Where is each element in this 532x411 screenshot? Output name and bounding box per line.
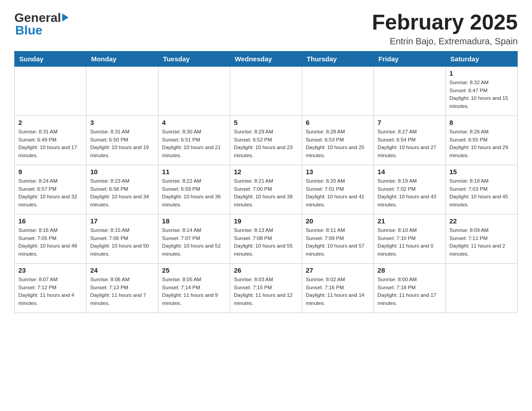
day-info: Sunrise: 8:29 AMSunset: 6:52 PMDaylight:… bbox=[234, 128, 298, 160]
week-row-3: 9Sunrise: 8:24 AMSunset: 6:57 PMDaylight… bbox=[15, 165, 518, 214]
day-number: 22 bbox=[450, 217, 514, 225]
cell-week4-day5: 21Sunrise: 8:10 AMSunset: 7:10 PMDayligh… bbox=[374, 214, 446, 263]
day-number: 27 bbox=[306, 266, 370, 274]
day-number: 13 bbox=[306, 168, 370, 176]
day-info: Sunrise: 8:03 AMSunset: 7:15 PMDaylight:… bbox=[234, 276, 298, 308]
day-info: Sunrise: 8:26 AMSunset: 6:55 PMDaylight:… bbox=[450, 128, 514, 160]
day-info: Sunrise: 8:30 AMSunset: 6:51 PMDaylight:… bbox=[162, 128, 226, 160]
cell-week2-day5: 7Sunrise: 8:27 AMSunset: 6:54 PMDaylight… bbox=[374, 116, 446, 165]
header-sunday: Sunday bbox=[15, 51, 86, 66]
cell-week1-day4 bbox=[302, 66, 373, 116]
page-header: General Blue February 2025 Entrin Bajo, … bbox=[14, 11, 518, 47]
header-thursday: Thursday bbox=[302, 51, 373, 66]
cell-week3-day0: 9Sunrise: 8:24 AMSunset: 6:57 PMDaylight… bbox=[15, 165, 86, 214]
header-tuesday: Tuesday bbox=[158, 51, 230, 66]
cell-week1-day0 bbox=[15, 66, 86, 116]
cell-week3-day3: 12Sunrise: 8:21 AMSunset: 7:00 PMDayligh… bbox=[230, 165, 302, 214]
cell-week2-day6: 8Sunrise: 8:26 AMSunset: 6:55 PMDaylight… bbox=[446, 116, 517, 165]
day-info: Sunrise: 8:31 AMSunset: 6:50 PMDaylight:… bbox=[90, 128, 154, 160]
header-wednesday: Wednesday bbox=[230, 51, 302, 66]
day-info: Sunrise: 8:02 AMSunset: 7:16 PMDaylight:… bbox=[306, 276, 370, 308]
cell-week2-day2: 4Sunrise: 8:30 AMSunset: 6:51 PMDaylight… bbox=[158, 116, 230, 165]
cell-week2-day0: 2Sunrise: 8:31 AMSunset: 6:49 PMDaylight… bbox=[15, 116, 86, 165]
cell-week5-day1: 24Sunrise: 8:06 AMSunset: 7:13 PMDayligh… bbox=[86, 263, 158, 313]
cell-week4-day2: 18Sunrise: 8:14 AMSunset: 7:07 PMDayligh… bbox=[158, 214, 230, 263]
cell-week5-day5: 28Sunrise: 8:00 AMSunset: 7:18 PMDayligh… bbox=[374, 263, 446, 313]
day-number: 5 bbox=[234, 119, 298, 126]
day-info: Sunrise: 8:24 AMSunset: 6:57 PMDaylight:… bbox=[18, 177, 82, 209]
cell-week3-day1: 10Sunrise: 8:23 AMSunset: 6:58 PMDayligh… bbox=[86, 165, 158, 214]
day-number: 21 bbox=[378, 217, 442, 225]
day-info: Sunrise: 8:14 AMSunset: 7:07 PMDaylight:… bbox=[162, 227, 226, 258]
day-info: Sunrise: 8:23 AMSunset: 6:58 PMDaylight:… bbox=[90, 177, 154, 209]
day-number: 19 bbox=[234, 217, 298, 225]
day-number: 1 bbox=[450, 69, 514, 77]
cell-week1-day5 bbox=[374, 66, 446, 116]
day-info: Sunrise: 8:31 AMSunset: 6:49 PMDaylight:… bbox=[18, 128, 82, 160]
day-number: 12 bbox=[234, 168, 298, 176]
cell-week1-day3 bbox=[230, 66, 302, 116]
cell-week4-day3: 19Sunrise: 8:13 AMSunset: 7:08 PMDayligh… bbox=[230, 214, 302, 263]
day-info: Sunrise: 8:16 AMSunset: 7:05 PMDaylight:… bbox=[18, 227, 82, 258]
header-friday: Friday bbox=[374, 51, 446, 66]
cell-week5-day2: 25Sunrise: 8:05 AMSunset: 7:14 PMDayligh… bbox=[158, 263, 230, 313]
day-number: 7 bbox=[378, 119, 442, 126]
cell-week5-day4: 27Sunrise: 8:02 AMSunset: 7:16 PMDayligh… bbox=[302, 263, 373, 313]
cell-week4-day6: 22Sunrise: 8:09 AMSunset: 7:11 PMDayligh… bbox=[446, 214, 517, 263]
cell-week1-day6: 1Sunrise: 8:32 AMSunset: 6:47 PMDaylight… bbox=[446, 66, 517, 116]
day-number: 26 bbox=[234, 266, 298, 274]
cell-week2-day3: 5Sunrise: 8:29 AMSunset: 6:52 PMDaylight… bbox=[230, 116, 302, 165]
day-info: Sunrise: 8:18 AMSunset: 7:03 PMDaylight:… bbox=[450, 177, 514, 209]
header-monday: Monday bbox=[86, 51, 158, 66]
day-info: Sunrise: 8:19 AMSunset: 7:02 PMDaylight:… bbox=[378, 177, 442, 209]
day-info: Sunrise: 8:28 AMSunset: 6:53 PMDaylight:… bbox=[306, 128, 370, 160]
day-number: 25 bbox=[162, 266, 226, 274]
day-number: 6 bbox=[306, 119, 370, 126]
day-number: 10 bbox=[90, 168, 154, 176]
calendar-table: Sunday Monday Tuesday Wednesday Thursday… bbox=[14, 51, 518, 313]
day-info: Sunrise: 8:13 AMSunset: 7:08 PMDaylight:… bbox=[234, 227, 298, 258]
day-number: 28 bbox=[378, 266, 442, 274]
week-row-5: 23Sunrise: 8:07 AMSunset: 7:12 PMDayligh… bbox=[15, 263, 518, 313]
cell-week1-day2 bbox=[158, 66, 230, 116]
cell-week5-day6 bbox=[446, 263, 517, 313]
day-info: Sunrise: 8:05 AMSunset: 7:14 PMDaylight:… bbox=[162, 276, 226, 308]
day-info: Sunrise: 8:21 AMSunset: 7:00 PMDaylight:… bbox=[234, 177, 298, 209]
day-number: 2 bbox=[18, 119, 82, 126]
day-info: Sunrise: 8:22 AMSunset: 6:59 PMDaylight:… bbox=[162, 177, 226, 209]
day-number: 24 bbox=[90, 266, 154, 274]
day-number: 9 bbox=[18, 168, 82, 176]
cell-week1-day1 bbox=[86, 66, 158, 116]
day-info: Sunrise: 8:09 AMSunset: 7:11 PMDaylight:… bbox=[450, 227, 514, 258]
calendar-header-row: Sunday Monday Tuesday Wednesday Thursday… bbox=[15, 51, 518, 66]
day-number: 20 bbox=[306, 217, 370, 225]
cell-week5-day0: 23Sunrise: 8:07 AMSunset: 7:12 PMDayligh… bbox=[15, 263, 86, 313]
day-number: 17 bbox=[90, 217, 154, 225]
day-number: 15 bbox=[450, 168, 514, 176]
cell-week2-day4: 6Sunrise: 8:28 AMSunset: 6:53 PMDaylight… bbox=[302, 116, 373, 165]
day-number: 3 bbox=[90, 119, 154, 126]
day-number: 14 bbox=[378, 168, 442, 176]
day-info: Sunrise: 8:00 AMSunset: 7:18 PMDaylight:… bbox=[378, 276, 442, 308]
logo-blue-text: Blue bbox=[15, 23, 43, 37]
day-info: Sunrise: 8:07 AMSunset: 7:12 PMDaylight:… bbox=[18, 276, 82, 308]
cell-week2-day1: 3Sunrise: 8:31 AMSunset: 6:50 PMDaylight… bbox=[86, 116, 158, 165]
cell-week4-day1: 17Sunrise: 8:15 AMSunset: 7:06 PMDayligh… bbox=[86, 214, 158, 263]
day-number: 11 bbox=[162, 168, 226, 176]
cell-week4-day4: 20Sunrise: 8:11 AMSunset: 7:09 PMDayligh… bbox=[302, 214, 373, 263]
day-info: Sunrise: 8:11 AMSunset: 7:09 PMDaylight:… bbox=[306, 227, 370, 258]
cell-week3-day4: 13Sunrise: 8:20 AMSunset: 7:01 PMDayligh… bbox=[302, 165, 373, 214]
cell-week3-day5: 14Sunrise: 8:19 AMSunset: 7:02 PMDayligh… bbox=[374, 165, 446, 214]
logo: General Blue bbox=[14, 11, 69, 38]
header-saturday: Saturday bbox=[446, 51, 517, 66]
day-number: 18 bbox=[162, 217, 226, 225]
week-row-2: 2Sunrise: 8:31 AMSunset: 6:49 PMDaylight… bbox=[15, 116, 518, 165]
logo-arrow-icon bbox=[62, 13, 69, 21]
day-info: Sunrise: 8:20 AMSunset: 7:01 PMDaylight:… bbox=[306, 177, 370, 209]
cell-week4-day0: 16Sunrise: 8:16 AMSunset: 7:05 PMDayligh… bbox=[15, 214, 86, 263]
cell-week5-day3: 26Sunrise: 8:03 AMSunset: 7:15 PMDayligh… bbox=[230, 263, 302, 313]
title-block: February 2025 Entrin Bajo, Extremadura, … bbox=[372, 11, 518, 47]
day-info: Sunrise: 8:06 AMSunset: 7:13 PMDaylight:… bbox=[90, 276, 154, 308]
cell-week3-day2: 11Sunrise: 8:22 AMSunset: 6:59 PMDayligh… bbox=[158, 165, 230, 214]
day-info: Sunrise: 8:27 AMSunset: 6:54 PMDaylight:… bbox=[378, 128, 442, 160]
